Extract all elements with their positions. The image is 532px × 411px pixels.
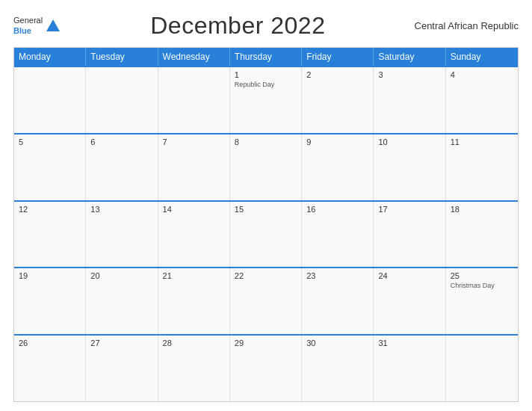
logo-blue-text: Blue: [13, 26, 43, 36]
day-number: 24: [378, 271, 440, 280]
day-cell: 22: [230, 268, 302, 334]
day-cell: 7: [158, 135, 230, 200]
day-number: 3: [378, 70, 440, 79]
holiday-name: Christmas Day: [451, 282, 513, 291]
day-number: 26: [19, 339, 81, 347]
day-number: 9: [306, 137, 368, 146]
day-cell: 14: [158, 202, 230, 268]
week-row: 12131415161718: [14, 200, 518, 268]
week-row: 262728293031: [14, 334, 518, 401]
country-name: Central African Republic: [415, 20, 519, 31]
day-cell: 16: [302, 202, 374, 268]
week-row: 1Republic Day234: [14, 66, 518, 133]
day-cell: 9: [302, 135, 374, 200]
day-cell: 6: [86, 135, 158, 200]
logo-general-text: General: [13, 16, 43, 25]
day-cell: 1Republic Day: [230, 67, 302, 133]
day-cell: 29: [230, 336, 302, 401]
day-number: 10: [378, 137, 440, 146]
day-cell: 23: [302, 268, 374, 334]
day-cell: 20: [86, 268, 158, 334]
day-number: 17: [378, 205, 440, 214]
day-cell: 18: [446, 202, 518, 268]
day-cell: 2: [302, 67, 374, 133]
day-number: 2: [306, 70, 368, 79]
day-number: 11: [451, 137, 513, 146]
calendar: MondayTuesdayWednesdayThursdayFridaySatu…: [13, 47, 519, 402]
svg-marker-0: [46, 19, 60, 31]
day-number: 16: [306, 205, 368, 214]
day-number: 8: [235, 137, 297, 146]
day-cell: 12: [14, 202, 86, 268]
day-cell: 26: [14, 336, 86, 401]
day-header: Wednesday: [158, 48, 230, 66]
day-cell: [446, 336, 518, 401]
day-number: 20: [90, 271, 152, 280]
day-cell: 19: [14, 268, 86, 334]
day-number: 7: [163, 137, 225, 146]
day-number: 1: [235, 70, 297, 79]
logo-icon: [45, 18, 61, 34]
day-header: Saturday: [374, 48, 445, 66]
day-number: 15: [235, 205, 297, 214]
day-cell: 13: [86, 202, 158, 268]
day-number: 14: [163, 205, 225, 214]
day-header: Thursday: [230, 48, 302, 66]
day-cell: 5: [14, 135, 86, 200]
month-title: December 2022: [150, 12, 325, 40]
day-cell: 11: [446, 135, 518, 200]
day-cell: 17: [374, 202, 445, 268]
day-number: 18: [451, 205, 513, 214]
day-number: 12: [19, 205, 81, 214]
day-number: 30: [306, 339, 368, 347]
day-number: 13: [90, 205, 152, 214]
day-number: 27: [90, 339, 152, 347]
day-cell: 30: [302, 336, 374, 401]
holiday-name: Republic Day: [235, 81, 297, 90]
day-header: Friday: [302, 48, 374, 66]
day-headers: MondayTuesdayWednesdayThursdayFridaySatu…: [14, 48, 518, 66]
day-header: Monday: [14, 48, 86, 66]
day-number: 5: [19, 137, 81, 146]
day-number: 6: [90, 137, 152, 146]
logo: General Blue: [13, 16, 61, 35]
day-cell: [14, 67, 86, 133]
day-cell: 24: [374, 268, 445, 334]
day-number: 19: [19, 271, 81, 280]
day-number: 23: [306, 271, 368, 280]
day-cell: 27: [86, 336, 158, 401]
logo-text: General Blue: [13, 16, 43, 35]
day-cell: 31: [374, 336, 445, 401]
day-cell: 15: [230, 202, 302, 268]
day-header: Sunday: [446, 48, 518, 66]
day-number: 21: [163, 271, 225, 280]
day-number: 29: [235, 339, 297, 347]
week-row: 19202122232425Christmas Day: [14, 267, 518, 334]
day-cell: 10: [374, 135, 445, 200]
day-cell: [86, 67, 158, 133]
day-number: 31: [378, 339, 440, 347]
day-number: 22: [235, 271, 297, 280]
day-cell: 3: [374, 67, 445, 133]
day-cell: [158, 67, 230, 133]
day-cell: 8: [230, 135, 302, 200]
day-number: 4: [451, 70, 513, 79]
page: General Blue December 2022 Central Afric…: [0, 0, 532, 411]
day-cell: 28: [158, 336, 230, 401]
day-number: 28: [163, 339, 225, 347]
day-header: Tuesday: [86, 48, 158, 66]
day-cell: 4: [446, 67, 518, 133]
week-row: 567891011: [14, 133, 518, 200]
weeks: 1Republic Day234567891011121314151617181…: [14, 66, 518, 401]
day-cell: 25Christmas Day: [446, 268, 518, 334]
day-cell: 21: [158, 268, 230, 334]
day-number: 25: [451, 271, 513, 280]
header: General Blue December 2022 Central Afric…: [13, 12, 519, 40]
